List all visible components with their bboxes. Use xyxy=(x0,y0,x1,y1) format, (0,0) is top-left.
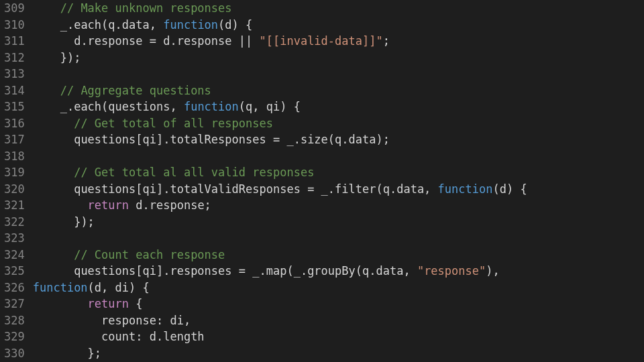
code-line[interactable]: return d.response; xyxy=(33,197,644,214)
token: return xyxy=(88,198,129,212)
token: function xyxy=(184,100,239,113)
token: (q, qi) { xyxy=(239,100,301,113)
code-line[interactable]: questions[qi].totalValidResponses = _.fi… xyxy=(33,181,644,198)
line-number: 315 xyxy=(4,99,25,115)
token: response: di, xyxy=(101,314,191,327)
code-line[interactable]: _.each(q.data, function(d) { xyxy=(33,17,644,34)
token: d.response = d.response || xyxy=(74,34,259,48)
code-line[interactable]: return { xyxy=(33,296,644,312)
line-number: 311 xyxy=(4,33,25,50)
line-number: 326 xyxy=(4,280,25,296)
token: { xyxy=(129,297,142,310)
code-line[interactable]: function(d, di) { xyxy=(33,280,644,296)
line-number: 309 xyxy=(4,0,25,17)
line-number: 316 xyxy=(4,115,25,132)
token: _.each(questions, xyxy=(60,100,184,113)
token: // Make unknown responses xyxy=(60,1,232,15)
token: "[[invalid-data]]" xyxy=(259,34,382,48)
code-line[interactable]: questions[qi].responses = _.map(_.groupB… xyxy=(33,263,644,280)
line-number: 322 xyxy=(4,214,25,231)
token: return xyxy=(88,297,129,310)
line-number: 321 xyxy=(4,197,25,214)
token: }); xyxy=(60,51,81,64)
line-number: 328 xyxy=(4,312,25,329)
token: }); xyxy=(74,215,95,229)
code-line[interactable] xyxy=(33,230,644,247)
code-line[interactable]: questions[qi].totalResponses = _.size(q.… xyxy=(33,131,644,148)
code-editor[interactable]: 3093103113123133143153163173183193203213… xyxy=(0,0,644,362)
code-area[interactable]: // Make unknown responses _.each(q.data,… xyxy=(33,0,644,362)
token: ), xyxy=(486,264,499,278)
line-number: 325 xyxy=(4,263,25,280)
line-number: 329 xyxy=(4,328,25,345)
line-number: 314 xyxy=(4,82,25,99)
line-number: 327 xyxy=(4,296,25,312)
line-number-gutter: 3093103113123133143153163173183193203213… xyxy=(0,0,33,362)
code-line[interactable]: }); xyxy=(33,50,644,66)
token: // Get total al all valid responses xyxy=(74,166,314,179)
code-line[interactable]: }); xyxy=(33,214,644,231)
code-line[interactable]: // Count each response xyxy=(33,247,644,263)
code-line[interactable]: // Get total of all responses xyxy=(33,115,644,132)
code-line[interactable]: // Make unknown responses xyxy=(33,0,644,17)
token: // Count each response xyxy=(74,248,225,261)
code-line[interactable] xyxy=(33,66,644,82)
token: (d) { xyxy=(218,18,252,32)
code-line[interactable]: // Aggregate questions xyxy=(33,82,644,99)
code-line[interactable]: }; xyxy=(33,345,644,362)
token: (d) { xyxy=(492,182,527,196)
token: "response" xyxy=(417,264,486,278)
token: function xyxy=(33,281,88,294)
line-number: 317 xyxy=(4,131,25,148)
line-number: 319 xyxy=(4,164,25,181)
token: // Get total of all responses xyxy=(74,117,273,130)
line-number: 320 xyxy=(4,181,25,198)
line-number: 312 xyxy=(4,50,25,66)
code-line[interactable]: // Get total al all valid responses xyxy=(33,164,644,181)
line-number: 330 xyxy=(4,345,25,362)
token: d.response; xyxy=(129,198,211,212)
token: // Aggregate questions xyxy=(60,84,211,97)
code-line[interactable]: response: di, xyxy=(33,312,644,329)
line-number: 318 xyxy=(4,148,25,165)
code-line[interactable]: _.each(questions, function(q, qi) { xyxy=(33,99,644,115)
line-number: 323 xyxy=(4,230,25,247)
code-line[interactable] xyxy=(33,148,644,165)
code-line[interactable]: count: d.length xyxy=(33,328,644,345)
line-number: 310 xyxy=(4,17,25,34)
token: (d, di) { xyxy=(88,281,150,294)
code-line[interactable]: d.response = d.response || "[[invalid-da… xyxy=(33,33,644,50)
token: questions[qi].responses = _.map(_.groupB… xyxy=(74,264,417,278)
token: }; xyxy=(88,347,101,360)
line-number: 313 xyxy=(4,66,25,82)
token: ; xyxy=(383,34,390,48)
line-number: 324 xyxy=(4,247,25,263)
token: _.each(q.data, xyxy=(60,18,164,32)
token: questions[qi].totalValidResponses = _.fi… xyxy=(74,182,437,196)
token: function xyxy=(163,18,218,32)
token: questions[qi].totalResponses = _.size(q.… xyxy=(74,133,390,146)
token: count: d.length xyxy=(101,330,205,343)
token: function xyxy=(438,182,493,196)
